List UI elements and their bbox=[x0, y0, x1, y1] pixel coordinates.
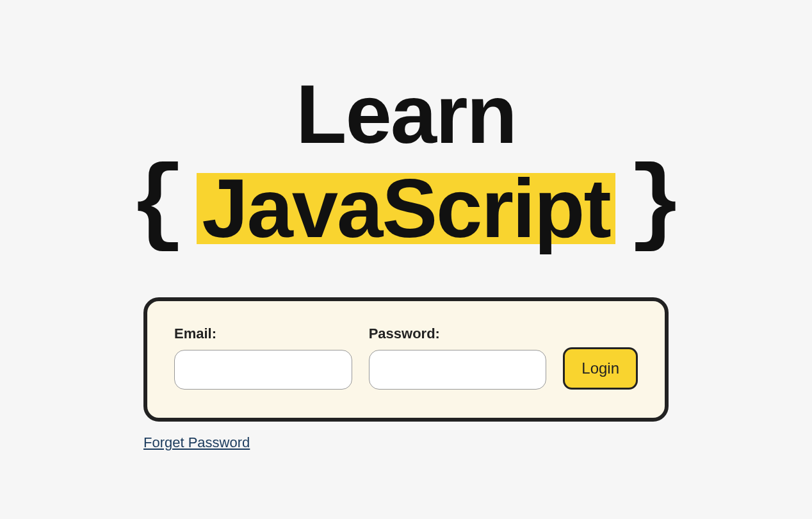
email-label: Email: bbox=[174, 325, 352, 342]
login-card: Email: Password: Login bbox=[143, 297, 669, 422]
page-title: Learn { JavaScript } bbox=[129, 70, 683, 259]
password-field-group: Password: bbox=[369, 325, 547, 390]
email-input[interactable] bbox=[174, 350, 352, 390]
login-button[interactable]: Login bbox=[563, 347, 638, 390]
forget-password-link[interactable]: Forget Password bbox=[143, 434, 250, 450]
brace-open-icon: { bbox=[129, 156, 185, 257]
email-field-group: Email: bbox=[174, 325, 352, 390]
forget-password-wrap: Forget Password bbox=[143, 434, 669, 451]
brace-close-icon: } bbox=[627, 156, 683, 257]
title-line-2: { JavaScript } bbox=[129, 158, 683, 260]
password-input[interactable] bbox=[369, 350, 547, 390]
title-line-1: Learn bbox=[129, 70, 683, 158]
password-label: Password: bbox=[369, 325, 547, 342]
title-highlight: JavaScript bbox=[197, 173, 615, 244]
